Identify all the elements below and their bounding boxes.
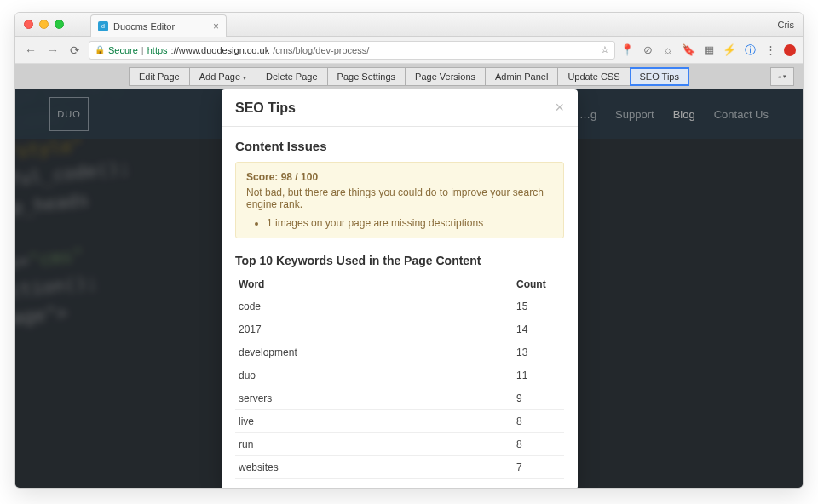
cell-count: 11: [513, 364, 564, 387]
back-icon[interactable]: ←: [22, 43, 39, 57]
cms-btn-add-page[interactable]: Add Page▾: [189, 67, 256, 86]
score-label: Score: 98 / 100: [246, 171, 553, 183]
ext-menu-icon[interactable]: ⋮: [763, 43, 777, 56]
issue-item: 1 images on your page are missing descri…: [267, 217, 553, 229]
seo-tips-modal: SEO Tips × Content Issues Score: 98 / 10…: [222, 89, 578, 488]
ext-pin-icon[interactable]: 📍: [620, 43, 634, 56]
window-controls: [15, 20, 64, 29]
cms-btn-edit-page[interactable]: Edit Page: [129, 67, 189, 86]
cell-count: 9: [513, 387, 564, 410]
maximize-window-icon[interactable]: [55, 20, 64, 29]
table-row: 201714: [235, 318, 564, 341]
cms-btn-delete-page[interactable]: Delete Page: [256, 67, 327, 86]
th-count: Count: [513, 274, 564, 295]
url-host: ://www.duodesign.co.uk: [171, 45, 270, 55]
close-modal-icon[interactable]: ×: [555, 99, 564, 117]
forward-icon[interactable]: →: [44, 43, 61, 57]
table-row: development13: [235, 341, 564, 364]
score-message: Not bad, but there are things you could …: [246, 186, 553, 210]
th-word: Word: [235, 274, 513, 295]
cell-word: servers: [235, 387, 513, 410]
table-row: live8: [235, 410, 564, 433]
table-row: websites7: [235, 456, 564, 479]
favicon-icon: d: [98, 21, 108, 32]
cell-count: 7: [513, 456, 564, 479]
reload-icon[interactable]: ⟳: [66, 43, 84, 57]
url-protocol: https: [147, 45, 168, 55]
cms-view-dropdown[interactable]: ▫▾: [770, 67, 794, 86]
tab-title: Duocms Editor: [113, 21, 175, 32]
address-bar[interactable]: 🔒 Secure | https://www.duodesign.co.uk/c…: [89, 41, 615, 60]
cell-count: 14: [513, 318, 564, 341]
close-window-icon[interactable]: [24, 20, 33, 29]
modal-title: SEO Tips: [235, 100, 296, 116]
modal-body: Content Issues Score: 98 / 100 Not bad, …: [222, 127, 578, 488]
browser-tab[interactable]: d Duocms Editor ×: [90, 14, 227, 37]
cell-count: 8: [513, 410, 564, 433]
cms-btn-seo-tips[interactable]: SEO Tips: [630, 67, 689, 86]
table-row: duo11: [235, 364, 564, 387]
ext-tag-icon[interactable]: 🔖: [682, 43, 695, 56]
cell-word: websites: [235, 456, 513, 479]
url-path: /cms/blog/dev-process/: [273, 45, 369, 55]
modal-header: SEO Tips ×: [222, 89, 578, 127]
ext-block-icon[interactable]: ⊘: [641, 43, 654, 56]
cell-word: code: [235, 295, 513, 318]
content-area: <?php charset="utf-8"; <img width="100%"…: [15, 89, 803, 488]
close-tab-icon[interactable]: ×: [213, 20, 219, 32]
titlebar: d Duocms Editor × Cris: [15, 13, 803, 37]
cms-btn-page-settings[interactable]: Page Settings: [327, 67, 406, 86]
ext-grid-icon[interactable]: ▦: [702, 43, 716, 56]
cell-count: 13: [513, 341, 564, 364]
cell-word: 2017: [235, 318, 513, 341]
table-row: run8: [235, 433, 564, 456]
issues-list: 1 images on your page are missing descri…: [267, 217, 553, 229]
secure-label: Secure: [108, 45, 138, 55]
cell-count: 15: [513, 295, 564, 318]
chevron-down-icon: ▾: [243, 74, 246, 82]
keywords-table: Word Count code15201714development13duo1…: [235, 274, 564, 479]
ext-bolt-icon[interactable]: ⚡: [723, 43, 736, 56]
score-box: Score: 98 / 100 Not bad, but there are t…: [235, 162, 564, 238]
separator: |: [141, 45, 144, 55]
ext-red-icon[interactable]: [784, 44, 796, 56]
content-issues-heading: Content Issues: [235, 139, 564, 153]
cms-toolbar: Edit PageAdd Page▾Delete PagePage Settin…: [15, 64, 803, 89]
cms-btn-update-css[interactable]: Update CSS: [557, 67, 629, 86]
table-row: servers9: [235, 387, 564, 410]
table-row: code15: [235, 295, 564, 318]
browser-window: d Duocms Editor × Cris ← → ⟳ 🔒 Secure | …: [14, 12, 804, 489]
bookmark-star-icon[interactable]: ☆: [601, 44, 609, 55]
profile-label[interactable]: Cris: [777, 20, 794, 30]
lock-icon: 🔒: [95, 45, 105, 54]
cell-word: run: [235, 433, 513, 456]
keywords-heading: Top 10 Keywords Used in the Page Content: [235, 254, 564, 267]
ext-sun-icon[interactable]: ☼: [661, 43, 675, 56]
cell-count: 8: [513, 433, 564, 456]
minimize-window-icon[interactable]: [39, 20, 49, 29]
cell-word: development: [235, 341, 513, 364]
cell-word: duo: [235, 364, 513, 387]
ext-info-icon[interactable]: ⓘ: [743, 43, 757, 58]
cms-btn-admin-panel[interactable]: Admin Panel: [485, 67, 557, 86]
cms-btn-page-versions[interactable]: Page Versions: [405, 67, 485, 86]
browser-toolbar: ← → ⟳ 🔒 Secure | https://www.duodesign.c…: [15, 37, 803, 64]
cell-word: live: [235, 410, 513, 433]
extensions: 📍 ⊘ ☼ 🔖 ▦ ⚡ ⓘ ⋮: [620, 43, 796, 58]
